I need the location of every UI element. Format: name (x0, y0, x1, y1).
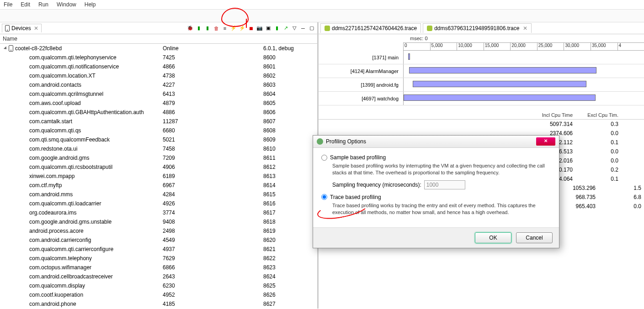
thread-row[interactable]: [4697] watchdog (319, 92, 644, 105)
process-row[interactable]: com.qualcomm.qcrilmsgtunnel 6413 8604 (0, 89, 317, 99)
layout-icon[interactable]: ↗ (282, 25, 289, 32)
process-row[interactable]: com.octopus.wifimanager 6866 8623 (0, 263, 317, 272)
profiling-options-dialog: Profiling Options ✕ Sample based profili… (313, 135, 559, 248)
col-status (163, 36, 218, 42)
minimize-icon[interactable]: ─ (299, 25, 307, 32)
process-pid: 6967 (163, 182, 218, 189)
process-row[interactable]: com.qualcomm.location.XT 4738 8602 (0, 71, 317, 80)
process-row[interactable]: com.android.cellbroadcastreceiver 2643 8… (0, 272, 317, 281)
process-row[interactable]: com.ctf.myftp 6967 8614 (0, 181, 317, 190)
menu-help[interactable]: Help (85, 1, 96, 8)
debug-icon[interactable]: 🐞 (186, 25, 194, 32)
camera-icon[interactable]: 📷 (256, 25, 263, 32)
heap-icon[interactable]: ▮ (195, 25, 202, 32)
trace-profiling-radio[interactable] (321, 194, 327, 200)
process-port: 8600 (263, 54, 314, 61)
process-row[interactable]: com.android.carrierconfig 4549 8620 (0, 236, 317, 245)
thread-track[interactable] (403, 78, 644, 91)
process-name: com.qualcomm.qti.telephonyservice (3, 54, 163, 61)
process-pid: 6189 (163, 173, 218, 179)
process-pid: 9408 (163, 219, 218, 225)
hierarchy-icon[interactable]: ▣ (265, 25, 272, 32)
process-row[interactable]: com.redstone.ota.ui 7458 8610 (0, 144, 317, 153)
process-row[interactable]: com.qualcomm.qti.GBAHttpAuthentication.a… (0, 108, 317, 117)
devices-pane: Devices ✕ 🐞 ▮ ▮ 🗑 ≡ ⚡ ⚡ ⏹ 📷 ▣ ▮ ↗ ▽ ─ ▢ (0, 22, 319, 309)
process-row[interactable]: com.qti.smq.qualcommFeedback 5021 8609 (0, 135, 317, 144)
trace-tab-2[interactable]: ddms6379631219489591806.trace ✕ (423, 23, 532, 33)
process-row[interactable]: org.codeaurora.ims 3774 8617 (0, 208, 317, 217)
process-row[interactable]: com.qualcomm.qti.loadcarrier 4926 8616 (0, 199, 317, 208)
maximize-icon[interactable]: ▢ (308, 25, 315, 32)
device-root-row[interactable]: cootel-c8-22fc8ebd Online6.0.1, debug (0, 44, 317, 53)
process-port: 8620 (263, 237, 314, 243)
ok-button[interactable]: OK (475, 232, 511, 243)
process-pid: 4227 (163, 82, 218, 88)
process-row[interactable]: com.qualcomm.telephony 7629 8622 (0, 254, 317, 263)
process-pid: 7458 (163, 146, 218, 152)
thread-row[interactable]: [4124] AlarmManager (319, 64, 644, 78)
process-row[interactable]: com.android.phone 4185 8627 (0, 299, 317, 309)
threads-icon[interactable]: ≡ (221, 25, 229, 32)
profile-row[interactable]: 5097.314 0.3 (319, 120, 644, 129)
col-build (218, 36, 314, 42)
menu-window[interactable]: Window (57, 1, 76, 8)
trace-bar (408, 53, 410, 60)
devices-tree[interactable]: cootel-c8-22fc8ebd Online6.0.1, debug co… (0, 44, 317, 309)
process-row[interactable]: com.camtalk.start 11287 8607 (0, 117, 317, 126)
freq-input[interactable] (424, 180, 465, 189)
process-pid: 11287 (163, 118, 218, 125)
process-row[interactable]: com.qualcomm.display 6230 8625 (0, 281, 317, 290)
close-icon[interactable]: ✕ (523, 25, 527, 31)
thread-track[interactable] (403, 51, 644, 64)
process-pid: 2643 (163, 273, 218, 280)
dialog-close-button[interactable]: ✕ (536, 137, 555, 146)
process-row[interactable]: com.google.android.gms 7209 8611 (0, 153, 317, 162)
thread-row[interactable]: [1371] main (319, 51, 644, 64)
process-row[interactable]: com.qualcomm.qti.telephonyservice 7425 8… (0, 53, 317, 62)
cancel-button[interactable]: Cancel (516, 232, 553, 243)
trace-tab-1[interactable]: ddms2271612574247604426.trace (320, 23, 421, 33)
thread-track[interactable] (403, 64, 644, 78)
thread-row[interactable]: [1399] android.fg (319, 78, 644, 92)
process-row[interactable]: com.qualcomm.qti.qs 6680 8608 (0, 126, 317, 135)
view-menu-icon[interactable]: ▽ (291, 25, 298, 32)
gc-icon[interactable]: 🗑 (213, 25, 220, 32)
process-row[interactable]: com.google.android.gms.unstable 9408 861… (0, 217, 317, 226)
process-name: com.qualcomm.qti.qs (3, 127, 163, 134)
menu-run[interactable]: Run (38, 1, 48, 8)
thread-track[interactable] (403, 92, 644, 105)
method-profile-icon[interactable]: ⚡ (239, 25, 246, 32)
start-profiling-icon[interactable]: ⚡ (230, 25, 237, 32)
process-name: com.google.android.gms.unstable (3, 219, 163, 225)
process-row[interactable]: android.process.acore 2498 8619 (0, 226, 317, 236)
process-port: 8615 (263, 191, 314, 198)
process-pid: 4185 (163, 301, 218, 307)
devices-tabbar: Devices ✕ 🐞 ▮ ▮ 🗑 ≡ ⚡ ⚡ ⏹ 📷 ▣ ▮ ↗ ▽ ─ ▢ (0, 22, 317, 34)
process-name: xinwei.com.mpapp (3, 173, 163, 179)
sample-profiling-radio[interactable] (321, 155, 327, 161)
process-row[interactable]: com.qualcomm.qti.notificationservice 486… (0, 62, 317, 71)
process-row[interactable]: com.android.mms 4284 8615 (0, 190, 317, 199)
process-row[interactable]: com.android.contacts 4227 8603 (0, 80, 317, 89)
process-row[interactable]: com.qualcomm.qti.rcsbootstraputil 4906 8… (0, 162, 317, 172)
devices-tab[interactable]: Devices ✕ (2, 24, 42, 32)
process-name: com.google.android.gms (3, 155, 163, 161)
systrace-icon[interactable]: ▮ (273, 25, 281, 32)
process-port: 8610 (263, 146, 314, 152)
tick: 30,000 (564, 43, 591, 50)
menu-edit[interactable]: Edit (21, 1, 30, 8)
process-row[interactable]: com.qualcomm.qti.carrierconfigure 4937 8… (0, 245, 317, 254)
devices-tab-x[interactable]: ✕ (34, 25, 38, 31)
heap-dump-icon[interactable]: ▮ (204, 25, 211, 32)
process-name: com.android.cellbroadcastreceiver (3, 273, 163, 280)
dialog-titlebar[interactable]: Profiling Options ✕ (313, 136, 559, 148)
process-port: 8601 (263, 63, 314, 70)
process-row[interactable]: xinwei.com.mpapp 6189 8613 (0, 172, 317, 181)
menu-file[interactable]: File (4, 1, 12, 8)
process-row[interactable]: com.cootf.kuoperation 4952 8626 (0, 290, 317, 299)
process-pid: 7629 (163, 255, 218, 262)
process-name: com.android.contacts (3, 82, 163, 88)
stop-icon[interactable]: ⏹ (247, 25, 255, 32)
process-row[interactable]: com.aws.coof.upload 4879 8605 (0, 99, 317, 108)
freq-label: Sampling frequency (microseconds): (332, 182, 421, 188)
